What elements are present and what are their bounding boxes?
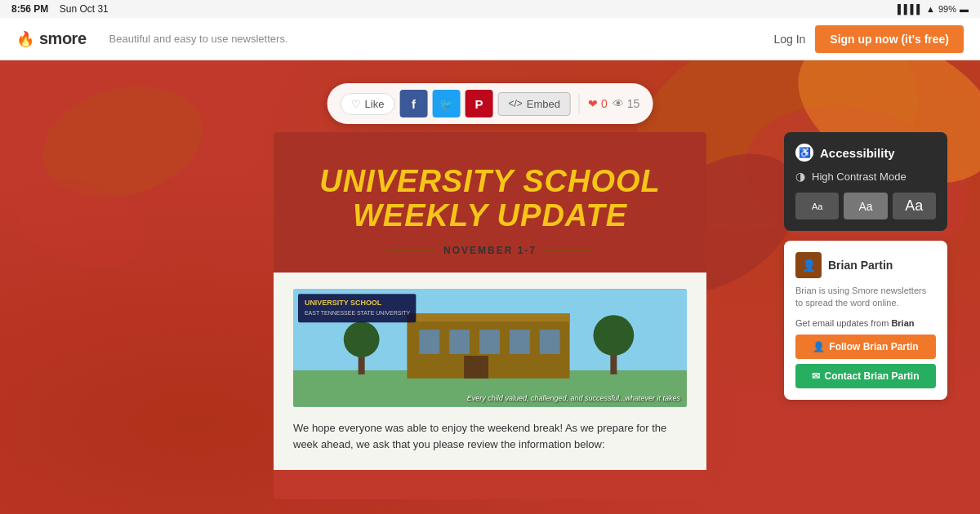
font-size-controls: Aa Aa Aa	[795, 193, 936, 219]
follow-author-button[interactable]: 👤 Follow Brian Partin	[795, 335, 936, 359]
font-small-button[interactable]: Aa	[795, 193, 839, 219]
author-name-bold: Brian	[891, 318, 914, 328]
author-header: 👤 Brian Partin	[795, 252, 936, 278]
accessibility-panel: ♿ Accessibility ◑ High Contrast Mode Aa …	[784, 132, 947, 231]
smore-name: smore	[39, 29, 87, 48]
svg-rect-10	[419, 330, 439, 354]
status-icons: ▌▌▌▌ ▲ 99% ▬	[898, 4, 969, 14]
newsletter-body-text: We hope everyone was able to enjoy the w…	[293, 420, 687, 454]
svg-point-19	[593, 315, 634, 356]
facebook-share-button[interactable]: f	[399, 90, 427, 117]
author-description: Brian is using Smore newsletters to spre…	[795, 285, 936, 310]
embed-label: Embed	[527, 98, 560, 110]
font-medium-button[interactable]: Aa	[844, 193, 887, 219]
author-avatar: 👤	[795, 252, 822, 278]
smore-logo: 🔥 smore	[16, 29, 87, 48]
school-caption: Every child valued, challenged, and succ…	[467, 394, 680, 402]
navbar-tagline: Beautiful and easy to use newsletters.	[109, 33, 288, 45]
status-bar: 8:56 PM Sun Oct 31 ▌▌▌▌ ▲ 99% ▬	[0, 0, 980, 18]
email-update-prefix: Get email updates from	[795, 318, 891, 328]
person-icon: 👤	[813, 341, 825, 352]
status-time: 8:56 PM	[11, 3, 48, 15]
svg-text:EAST TENNESSEE STATE UNIVERSIT: EAST TENNESSEE STATE UNIVERSITY	[305, 310, 411, 316]
school-image: UNIVERSITY SCHOOL EAST TENNESSEE STATE U…	[293, 289, 687, 407]
mail-icon: ✉	[812, 370, 820, 382]
facebook-icon: f	[412, 97, 416, 111]
wifi-icon: ▲	[926, 4, 935, 14]
newsletter-header: UNIVERSITY SCHOOL WEEKLY UPDATE NOVEMBER…	[274, 132, 706, 273]
date-line-left	[386, 250, 435, 251]
battery-label: 99%	[938, 4, 956, 14]
author-name: Brian Partin	[828, 259, 893, 272]
date-line-right	[545, 250, 594, 251]
pinterest-share-button[interactable]: P	[465, 90, 492, 117]
pinterest-icon: P	[474, 97, 483, 111]
twitter-share-button[interactable]: 🐦	[432, 90, 460, 117]
svg-rect-11	[449, 330, 470, 354]
login-button[interactable]: Log In	[773, 33, 805, 46]
svg-rect-13	[510, 330, 530, 354]
embed-button[interactable]: </> Embed	[497, 92, 571, 116]
eye-icon: 👁	[612, 97, 624, 110]
svg-rect-9	[407, 313, 569, 321]
view-number: 15	[627, 97, 640, 110]
battery-icon: ▬	[960, 4, 969, 14]
heart-count: ❤ 0	[588, 97, 608, 110]
status-date: Sun Oct 31	[60, 3, 109, 15]
newsletter-body: UNIVERSITY SCHOOL EAST TENNESSEE STATE U…	[274, 273, 706, 471]
code-icon: </>	[508, 98, 522, 109]
email-update-text: Get email updates from Brian	[795, 318, 936, 328]
svg-rect-14	[540, 330, 560, 354]
filled-heart-icon: ❤	[588, 97, 598, 110]
like-button[interactable]: ♡ Like	[341, 93, 395, 115]
high-contrast-label: High Contrast Mode	[812, 171, 906, 183]
svg-point-17	[344, 321, 380, 357]
heart-icon: ♡	[351, 98, 361, 110]
main-area: ♡ Like f 🐦 P </> Embed ❤ 0 👁 15 UNIVER	[0, 60, 980, 514]
navbar-right: Log In Sign up now (it's free)	[773, 25, 964, 53]
contrast-icon: ◑	[795, 170, 805, 183]
status-time-date: 8:56 PM Sun Oct 31	[11, 3, 109, 15]
flame-icon: 🔥	[16, 30, 34, 48]
action-bar: ♡ Like f 🐦 P </> Embed ❤ 0 👁 15	[327, 83, 653, 124]
signup-button[interactable]: Sign up now (it's free)	[815, 25, 964, 53]
svg-point-5	[7, 163, 158, 285]
right-panel: ♿ Accessibility ◑ High Contrast Mode Aa …	[784, 132, 947, 400]
newsletter-date: NOVEMBER 1-7	[443, 245, 537, 256]
accessibility-icon: ♿	[795, 144, 813, 162]
signal-icon: ▌▌▌▌	[898, 4, 923, 14]
view-count: 👁 15	[612, 97, 640, 110]
newsletter-area: UNIVERSITY SCHOOL WEEKLY UPDATE NOVEMBER…	[274, 132, 706, 499]
newsletter-date-line: NOVEMBER 1-7	[298, 245, 682, 256]
navbar: 🔥 smore Beautiful and easy to use newsle…	[0, 18, 980, 60]
svg-rect-15	[464, 356, 488, 379]
svg-point-4	[30, 69, 216, 214]
follow-label: Follow Brian Partin	[829, 341, 918, 352]
svg-rect-12	[479, 330, 500, 354]
high-contrast-row: ◑ High Contrast Mode	[795, 170, 936, 183]
separator	[579, 94, 580, 113]
heart-number: 0	[601, 97, 608, 110]
like-label: Like	[365, 98, 385, 110]
author-panel: 👤 Brian Partin Brian is using Smore news…	[784, 241, 947, 400]
accessibility-title: Accessibility	[820, 146, 895, 160]
font-large-button[interactable]: Aa	[893, 193, 936, 219]
accessibility-header: ♿ Accessibility	[795, 144, 936, 162]
twitter-icon: 🐦	[439, 98, 452, 110]
navbar-left: 🔥 smore Beautiful and easy to use newsle…	[16, 29, 288, 48]
newsletter-title-line2: WEEKLY UPDATE	[353, 198, 627, 233]
svg-text:UNIVERSITY SCHOOL: UNIVERSITY SCHOOL	[305, 299, 382, 307]
contact-label: Contact Brian Partin	[824, 370, 919, 382]
newsletter-title: UNIVERSITY SCHOOL WEEKLY UPDATE	[298, 165, 682, 233]
newsletter-title-line1: UNIVERSITY SCHOOL	[319, 164, 660, 198]
contact-author-button[interactable]: ✉ Contact Brian Partin	[795, 364, 936, 388]
